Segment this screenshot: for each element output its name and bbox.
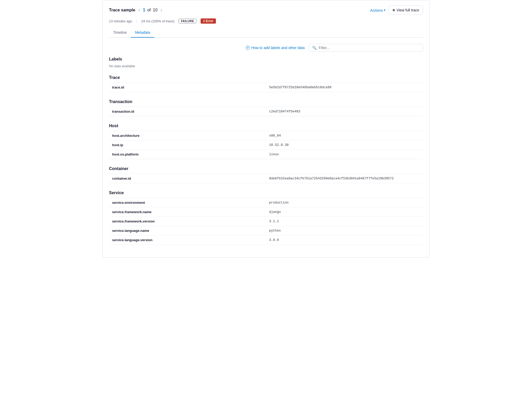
row-value: linux: [266, 150, 423, 159]
table-row: trace.id5e5b2d7f8725d10e5466a0eb5c0dca99: [109, 83, 423, 92]
row-key: service.language.version: [109, 235, 266, 245]
row-value: 8debfb32ea8ac34cfb761a72543299e0aca4cf53…: [266, 174, 423, 183]
section-title-host: Host: [109, 124, 423, 128]
duration: 24 ms (100% of trace): [141, 19, 174, 23]
row-key: transaction.id: [109, 107, 266, 116]
table-trace: trace.id5e5b2d7f8725d10e5466a0eb5c0dca99: [109, 83, 423, 92]
section-service: Serviceservice.environmentproductionserv…: [109, 191, 423, 245]
row-key: host.architecture: [109, 131, 266, 140]
table-row: container.id8debfb32ea8ac34cfb761a725432…: [109, 174, 423, 183]
section-labels: LabelsNo data available: [109, 57, 423, 68]
question-circle-icon: ?: [246, 46, 250, 50]
section-container: Containercontainer.id8debfb32ea8ac34cfb7…: [109, 166, 423, 183]
row-key: service.framework.name: [109, 207, 266, 217]
row-key: service.environment: [109, 198, 266, 207]
table-row: host.ip10.52.0.30: [109, 140, 423, 150]
section-title-service: Service: [109, 191, 423, 195]
filter-input-wrap: 🔍: [309, 44, 423, 52]
header-row: Trace sample ‹ 1 of 10 › Actions ▾ ■ Vie…: [109, 5, 423, 15]
section-title-labels: Labels: [109, 57, 423, 62]
prev-button[interactable]: ‹: [137, 8, 141, 13]
view-full-trace-button[interactable]: ■ View full trace: [388, 5, 423, 15]
row-key: service.language.name: [109, 226, 266, 235]
row-key: service.framework.version: [109, 217, 266, 226]
row-key: host.os.platform: [109, 150, 266, 159]
filter-input[interactable]: [319, 46, 420, 50]
header-left: Trace sample ‹ 1 of 10 ›: [109, 8, 163, 13]
table-row: service.framework.namedjango: [109, 207, 423, 217]
table-row: service.environmentproduction: [109, 198, 423, 207]
current-index: 1: [143, 8, 145, 12]
doc-icon: ■: [392, 8, 395, 12]
row-value: 3.1.1: [266, 217, 423, 226]
section-trace: Tracetrace.id5e5b2d7f8725d10e5466a0eb5c0…: [109, 75, 423, 92]
actions-chevron-icon: ▾: [384, 8, 385, 12]
row-key: trace.id: [109, 83, 266, 92]
search-icon: 🔍: [312, 46, 317, 50]
row-value: 3.8.6: [266, 235, 423, 245]
table-host: host.architecturex86_64host.ip10.52.0.30…: [109, 131, 423, 159]
header-right: Actions ▾ ■ View full trace: [370, 5, 423, 15]
meta-row: 13 minutes ago | 24 ms (100% of trace) F…: [109, 18, 423, 24]
section-title-container: Container: [109, 166, 423, 171]
actions-label: Actions: [370, 8, 383, 12]
tab-metadata[interactable]: Metadata: [131, 28, 154, 38]
section-transaction: Transactiontransaction.idc2ed710474f5e48…: [109, 99, 423, 116]
row-value: 5e5b2d7f8725d10e5466a0eb5c0dca99: [266, 83, 423, 92]
section-host: Hosthost.architecturex86_64host.ip10.52.…: [109, 124, 423, 159]
table-row: service.framework.version3.1.1: [109, 217, 423, 226]
row-value: production: [266, 198, 423, 207]
sections-container: LabelsNo data availableTracetrace.id5e5b…: [109, 57, 423, 245]
table-service: service.environmentproductionservice.fra…: [109, 198, 423, 245]
toolbar-row: ? How to add labels and other data 🔍: [109, 44, 423, 52]
actions-button[interactable]: Actions ▾: [370, 8, 385, 12]
next-button[interactable]: ›: [160, 8, 163, 13]
row-value: x86_64: [266, 131, 423, 140]
tab-timeline[interactable]: Timeline: [109, 28, 131, 38]
table-row: service.language.version3.8.6: [109, 235, 423, 245]
how-to-link[interactable]: ? How to add labels and other data: [246, 46, 305, 50]
view-full-trace-label: View full trace: [397, 8, 419, 12]
separator-1: |: [136, 19, 137, 23]
row-key: host.ip: [109, 140, 266, 150]
tabs-row: Timeline Metadata: [109, 28, 423, 38]
table-row: host.architecturex86_64: [109, 131, 423, 140]
row-value: python: [266, 226, 423, 235]
row-value: 10.52.0.30: [266, 140, 423, 150]
table-container: container.id8debfb32ea8ac34cfb761a725432…: [109, 174, 423, 183]
table-row: service.language.namepython: [109, 226, 423, 235]
row-key: container.id: [109, 174, 266, 183]
error-badge: 1 Error: [201, 18, 216, 24]
section-title-transaction: Transaction: [109, 99, 423, 104]
no-data-labels: No data available: [109, 64, 423, 68]
row-value: c2ed710474f5e483: [266, 107, 423, 116]
table-row: transaction.idc2ed710474f5e483: [109, 107, 423, 116]
how-to-label: How to add labels and other data: [251, 46, 305, 50]
table-transaction: transaction.idc2ed710474f5e483: [109, 107, 423, 116]
of-label: of: [147, 8, 151, 12]
time-ago: 13 minutes ago: [109, 19, 132, 23]
row-value: django: [266, 207, 423, 217]
section-title-trace: Trace: [109, 75, 423, 80]
failure-badge: FAILURE: [179, 19, 196, 23]
trace-sample-label: Trace sample: [109, 8, 135, 12]
trace-sample-panel: Trace sample ‹ 1 of 10 › Actions ▾ ■ Vie…: [103, 0, 429, 258]
total-count: 10: [153, 8, 158, 12]
table-row: host.os.platformlinux: [109, 150, 423, 159]
